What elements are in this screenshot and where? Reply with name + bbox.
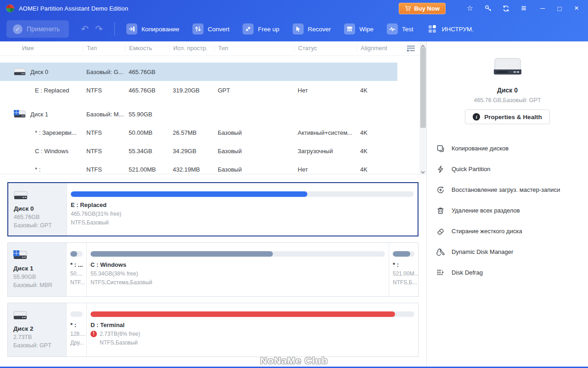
col-used-space[interactable]: Исп. простр. [169, 45, 214, 52]
favorite-star-icon[interactable]: ☆ [465, 3, 475, 13]
partition-block[interactable]: C : Windows 55.34GB(38% free) NTFS,Систе… [86, 243, 389, 296]
lightning-icon [436, 165, 445, 173]
disk0-info: Диск 0 465.76GB Базовый: GPT [8, 183, 67, 236]
wrench-icon [436, 248, 445, 256]
sidebar-disk-info: 465.76 GB,Базовый: GPT [427, 97, 588, 104]
wipe-button[interactable]: Wipe [344, 23, 373, 34]
check-circle-icon: ✓ [13, 24, 23, 34]
copy-disk-button[interactable]: Копирование [126, 23, 179, 34]
cart-icon [405, 6, 411, 12]
apply-button[interactable]: ✓ Применить [6, 20, 69, 38]
disk1-info: Диск 1 55.90GB Базовый: MBR [8, 243, 66, 296]
windows-disk-icon [14, 110, 26, 118]
menu-item-copy-disks[interactable]: Копирование дисков [427, 138, 588, 159]
buy-now-label: Buy Now [414, 5, 440, 12]
disk2-info: Диск 2 2.73TB Базовый: GPT [8, 303, 66, 356]
menu-item-quick-partition[interactable]: Quick Partition [427, 159, 588, 179]
col-type[interactable]: Тип [83, 45, 125, 52]
disk-icon [13, 310, 27, 320]
table-row[interactable]: E : Replaced NTFS 465.76GB 319.20GB GPT … [0, 81, 397, 99]
main-content: Имя Тип Емкость Исп. простр. Тип Статус … [0, 41, 426, 367]
waveform-icon [387, 23, 398, 34]
col-type2[interactable]: Тип [214, 45, 294, 52]
disk-icon [14, 68, 26, 76]
scrollbar-thumb[interactable] [420, 47, 426, 128]
maximize-button[interactable]: □ [554, 5, 565, 12]
menu-item-disk-defrag[interactable]: Disk Defrag [427, 262, 588, 283]
col-status[interactable]: Статус [294, 45, 356, 52]
app-logo-icon [6, 4, 15, 13]
minimize-button[interactable]: ─ [537, 5, 548, 12]
convert-button[interactable]: Convert [192, 23, 229, 34]
copy-disks-icon [436, 144, 445, 153]
watermark: NoNaMe Club [260, 355, 328, 366]
grid-squares-icon [427, 23, 438, 34]
disk2-panel[interactable]: Диск 2 2.73TB Базовый: GPT * : 128.... Д… [7, 303, 418, 357]
table-row[interactable]: * : NTFS 521.00MB 432.19MB Базовый Нет 4… [0, 160, 397, 174]
test-button[interactable]: Test [387, 23, 413, 34]
convert-arrows-icon [192, 23, 204, 34]
partition-block[interactable]: * : 128.... Дру... [66, 303, 86, 356]
info-icon: i [473, 113, 480, 121]
defrag-dots-icon [436, 269, 445, 277]
partition-block[interactable]: D : Terminal ! 2.73TB(6% free) NTFS,Базо… [86, 303, 418, 356]
recover-button[interactable]: Recover [293, 23, 331, 34]
disk1-panel[interactable]: Диск 1 55.90GB Базовый: MBR * : ... 50..… [7, 242, 418, 297]
windows-disk-icon [13, 250, 27, 260]
usage-bar [90, 251, 385, 257]
menu-item-delete-partitions[interactable]: Удаление всех разделов [427, 200, 588, 221]
copy-arrow-icon [126, 23, 137, 34]
partition-block[interactable]: * : 521.00M... NTFS,Б... [389, 243, 418, 296]
eraser-icon [436, 227, 445, 236]
update-sync-icon[interactable] [501, 5, 511, 12]
usage-bar [393, 251, 414, 257]
properties-health-button[interactable]: i Properties & Health [465, 109, 549, 124]
main-menu-icon[interactable]: ≡ [519, 3, 529, 13]
toolbar: ✓ Применить ↶ ↷ Копирование Convert Free… [0, 17, 588, 41]
close-button[interactable]: × [571, 4, 582, 13]
disk-image [492, 57, 523, 78]
menu-item-dynamic-disk-manager[interactable]: Dynamic Disk Manager [427, 242, 588, 262]
redo-icon[interactable]: ↷ [95, 23, 103, 34]
col-capacity[interactable]: Емкость [125, 45, 169, 52]
table-row[interactable]: C : Windows NTFS 55.34GB 34.29GB Базовый… [0, 142, 397, 160]
menu-item-rebuild-mbr[interactable]: Восстановление загруз. мастер-записи [427, 179, 588, 200]
partition-block[interactable]: E : Replaced 465.76GB(31% free) NTFS,Баз… [67, 183, 418, 236]
titlebar: AOMEI Partition Assistant Demo Edition B… [0, 0, 588, 17]
toolbar-separator [114, 22, 115, 36]
trash-icon [436, 207, 445, 215]
sidebar-disk-summary: Диск 0 465.76 GB,Базовый: GPT i Properti… [427, 41, 588, 124]
usage-bar [90, 311, 414, 317]
disk-table: Имя Тип Емкость Исп. простр. Тип Статус … [0, 41, 426, 174]
scroll-up-icon[interactable] [419, 41, 426, 48]
free-up-button[interactable]: Free up [243, 23, 279, 34]
col-alignment[interactable]: Alignment [356, 45, 397, 52]
disk0-panel[interactable]: Диск 0 465.76GB Базовый: GPT E : Replace… [7, 182, 418, 236]
disk-panels: Диск 0 465.76GB Базовый: GPT E : Replace… [0, 174, 426, 367]
buy-now-button[interactable]: Buy Now [399, 3, 446, 14]
scroll-down-icon[interactable] [419, 167, 426, 174]
table-row[interactable]: * : Зарезерви... NTFS 50.00MB 26.57MB Ба… [0, 123, 397, 142]
table-scrollbar[interactable] [419, 41, 426, 174]
undo-icon[interactable]: ↶ [81, 23, 89, 34]
table-header: Имя Тип Емкость Исп. простр. Тип Статус … [0, 41, 426, 56]
column-settings-icon[interactable] [407, 45, 416, 54]
usage-bar [70, 251, 83, 257]
cursor-icon [293, 23, 304, 34]
usage-bar [70, 311, 83, 317]
warning-icon: ! [90, 331, 97, 337]
tools-button[interactable]: ИНСТРУМ. [427, 23, 474, 34]
expand-arrows-icon [243, 23, 254, 34]
menu-item-wipe-disk[interactable]: Стирание жесткого диска [427, 221, 588, 242]
partition-block[interactable]: * : ... 50.... NTF... [66, 243, 86, 296]
shredder-icon [344, 23, 355, 34]
table-row[interactable]: Диск 1 Базовый: M... 55.90GB [0, 105, 397, 123]
app-window: AOMEI Partition Assistant Demo Edition B… [0, 0, 588, 368]
sidebar: Диск 0 465.76 GB,Базовый: GPT i Properti… [426, 41, 588, 367]
restore-plus-icon [436, 186, 445, 194]
table-row[interactable]: Диск 0 Базовый: G... 465.76GB [0, 63, 397, 81]
col-name[interactable]: Имя [0, 45, 83, 52]
sidebar-menu: Копирование дисков Quick Partition Восст… [427, 138, 588, 283]
register-key-icon[interactable] [483, 5, 493, 12]
usage-bar [71, 191, 414, 197]
